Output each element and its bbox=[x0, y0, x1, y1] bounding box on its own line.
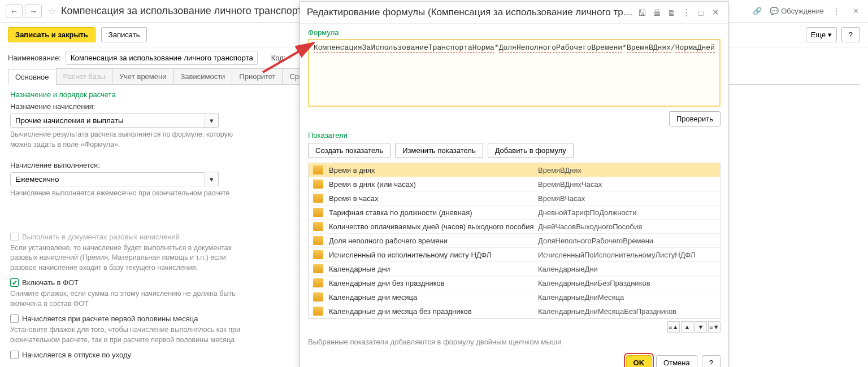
indicator-code: ДнейЧасовВыходногоПособия bbox=[538, 222, 715, 231]
tab-main[interactable]: Основное bbox=[8, 69, 57, 85]
name-input[interactable] bbox=[66, 51, 258, 65]
indicator-name: Тарифная ставка по должности (дневная) bbox=[329, 208, 538, 217]
indicator-code: ИсчисленныйПоИсполнительномуЛистуНДФЛ bbox=[538, 251, 715, 259]
indicator-code: ВремяВЧасах bbox=[538, 194, 715, 203]
formula-textarea[interactable]: КомпенсацияЗаИспользованиеТранспортаНорм… bbox=[308, 39, 721, 107]
indicator-name: Время в днях (или часах) bbox=[329, 180, 538, 189]
indicator-name: Календарные дни месяца bbox=[329, 293, 538, 302]
indicator-icon bbox=[313, 250, 323, 259]
assign-dropdown-button[interactable]: ▾ bbox=[205, 113, 219, 128]
assign-hint: Вычисление результата расчета выполняетс… bbox=[10, 130, 253, 150]
indicator-name: Календарные дни bbox=[329, 265, 538, 273]
indicator-name: Время в часах bbox=[329, 194, 538, 203]
nav-forward-button[interactable]: → bbox=[25, 5, 42, 18]
indicator-code: ВремяВДнях bbox=[538, 166, 715, 174]
assign-select[interactable] bbox=[10, 113, 205, 128]
indicator-icon bbox=[313, 292, 323, 302]
indicator-name: Календарные дни месяца без праздников bbox=[329, 307, 538, 316]
create-indicator-button[interactable]: Создать показатель bbox=[308, 143, 390, 158]
nav-last-button[interactable]: ≡▼ bbox=[708, 321, 721, 333]
discussion-button[interactable]: 💬 Обсуждение bbox=[770, 7, 824, 15]
chat-icon: 💬 bbox=[770, 7, 779, 15]
close-icon[interactable]: ✕ bbox=[849, 5, 862, 18]
dialog-close-icon[interactable]: ✕ bbox=[709, 6, 722, 19]
nav-up-button[interactable]: ▲ bbox=[681, 321, 693, 333]
indicator-row[interactable]: Календарные дни месяца без праздниковКал… bbox=[309, 304, 720, 318]
ok-button[interactable]: OK bbox=[626, 355, 652, 367]
checkbox-one-time-label: Выполнять в документах разовых начислени… bbox=[22, 233, 180, 241]
formula-label: Формула bbox=[308, 28, 721, 37]
perform-hint: Начисление выполняется ежемесячно при ок… bbox=[10, 189, 253, 199]
help-button[interactable]: ? bbox=[841, 27, 860, 42]
dialog-maximize-icon[interactable]: □ bbox=[695, 6, 707, 19]
nav-back-button[interactable]: ← bbox=[6, 5, 23, 18]
indicators-hint: Выбранные показатели добавляются в форму… bbox=[308, 337, 568, 347]
indicator-code: ВремяВДняхЧасах bbox=[538, 180, 715, 189]
indicators-table: Время в дняхВремяВДняхВремя в днях (или … bbox=[308, 163, 721, 319]
indicator-row[interactable]: Доля неполного рабочего времениДоляНепол… bbox=[309, 234, 720, 248]
indicator-code: КалендарныеДниМесяца bbox=[538, 293, 715, 302]
tab-deps[interactable]: Зависимости bbox=[173, 68, 232, 84]
indicator-row[interactable]: Календарные дниКалендарныеДни bbox=[309, 262, 720, 276]
dialog-more-icon[interactable]: ⋮ bbox=[680, 6, 692, 19]
indicators-label: Показатели bbox=[308, 131, 721, 139]
indicator-icon bbox=[313, 236, 323, 245]
more-button[interactable]: Еще ▾ bbox=[806, 27, 837, 42]
dialog-print-icon[interactable]: 🖶 bbox=[650, 6, 663, 19]
add-to-formula-button[interactable]: Добавить в формулу bbox=[488, 143, 574, 158]
indicator-icon bbox=[313, 264, 323, 273]
discussion-label: Обсуждение bbox=[781, 7, 824, 15]
indicator-icon bbox=[313, 165, 323, 174]
chevron-down-icon: ▾ bbox=[828, 30, 832, 39]
nav-first-button[interactable]: ≡▲ bbox=[667, 321, 680, 333]
indicator-row[interactable]: Тарифная ставка по должности (дневная)Дн… bbox=[309, 206, 720, 220]
dialog-help-button[interactable]: ? bbox=[702, 355, 721, 367]
tab-time[interactable]: Учет времени bbox=[112, 68, 173, 84]
indicator-name: Исчисленный по исполнительному листу НДФ… bbox=[329, 251, 538, 259]
nav-down-button[interactable]: ▼ bbox=[695, 321, 707, 333]
indicator-row[interactable]: Календарные дни без праздниковКалендарны… bbox=[309, 276, 720, 290]
perform-select[interactable] bbox=[10, 172, 205, 186]
perform-dropdown-button[interactable]: ▾ bbox=[205, 172, 219, 186]
indicator-row[interactable]: Время в часахВремяВЧасах bbox=[309, 191, 720, 206]
checkbox-leave-care[interactable] bbox=[10, 351, 19, 359]
indicator-icon bbox=[313, 278, 323, 287]
checkbox-include-fot[interactable]: ✔ bbox=[10, 278, 19, 287]
checkbox-first-half[interactable] bbox=[10, 314, 19, 323]
checkbox-leave-care-label: Начисляется в отпуске по уходу bbox=[22, 351, 131, 359]
indicator-icon bbox=[313, 222, 323, 231]
indicator-name: Доля неполного рабочего времени bbox=[329, 237, 538, 245]
dialog-title: Редактирование формулы (Компенсация за и… bbox=[307, 7, 633, 18]
indicator-name: Время в днях bbox=[329, 166, 538, 174]
dialog-report-icon[interactable]: 🗎 bbox=[665, 6, 678, 19]
tab-priority[interactable]: Приоритет bbox=[232, 68, 283, 84]
formula-editor-dialog: Редактирование формулы (Компенсация за и… bbox=[300, 1, 729, 367]
link-icon[interactable]: 🔗 bbox=[750, 5, 764, 18]
checkbox-first-half-hint: Установите флажок для того, чтобы начисл… bbox=[10, 325, 253, 345]
indicator-row[interactable]: Исчисленный по исполнительному листу НДФ… bbox=[309, 248, 720, 262]
save-button[interactable]: Записать bbox=[101, 27, 147, 42]
save-and-close-button[interactable]: Записать и закрыть bbox=[8, 27, 96, 42]
indicator-name: Количество оплачиваемых дней (часов) вых… bbox=[329, 222, 538, 231]
indicator-row[interactable]: Количество оплачиваемых дней (часов) вых… bbox=[309, 220, 720, 234]
checkbox-one-time-hint: Если установлено, то начисление будет вы… bbox=[10, 243, 253, 273]
tab-base[interactable]: Расчет базы bbox=[56, 68, 113, 84]
cancel-button[interactable]: Отмена bbox=[656, 355, 697, 367]
check-button[interactable]: Проверить bbox=[669, 111, 721, 126]
name-label: Наименование: bbox=[8, 54, 61, 62]
checkbox-first-half-label: Начисляется при расчете первой половины … bbox=[22, 314, 198, 323]
chevron-down-icon: ▾ bbox=[210, 116, 214, 125]
indicator-icon bbox=[313, 180, 323, 189]
indicator-icon bbox=[313, 194, 323, 203]
indicator-code: ДневнойТарифПоДолжности bbox=[538, 208, 715, 217]
indicator-row[interactable]: Время в днях (или часах)ВремяВДняхЧасах bbox=[309, 177, 720, 191]
edit-indicator-button[interactable]: Изменить показатель bbox=[395, 143, 483, 158]
indicator-row[interactable]: Календарные дни месяцаКалендарныеДниМеся… bbox=[309, 290, 720, 304]
chevron-down-icon: ▾ bbox=[210, 175, 214, 184]
indicator-code: КалендарныеДни bbox=[538, 265, 715, 273]
indicator-icon bbox=[313, 307, 323, 316]
indicator-row[interactable]: Время в дняхВремяВДнях bbox=[309, 163, 720, 177]
favorite-star-icon[interactable]: ☆ bbox=[47, 5, 57, 18]
dialog-save-icon[interactable]: 🖫 bbox=[636, 6, 648, 19]
more-vertical-icon[interactable]: ⋮ bbox=[830, 5, 843, 18]
